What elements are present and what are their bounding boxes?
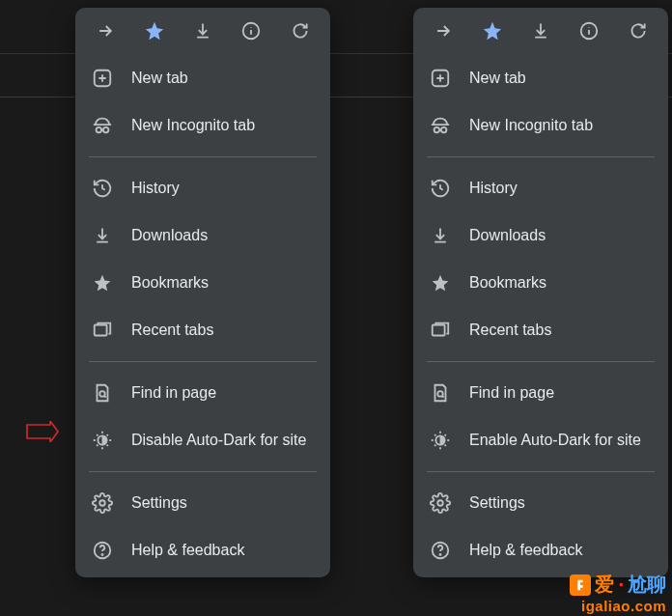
menu-item-downloads[interactable]: Downloads <box>75 211 330 259</box>
reload-button[interactable] <box>617 10 659 52</box>
menu-item-auto-dark[interactable]: Enable Auto-Dark for site <box>413 416 668 463</box>
bookmarks-star-icon <box>429 271 452 294</box>
menu-label: New tab <box>469 70 526 87</box>
recent-tabs-icon <box>429 319 452 342</box>
bookmark-star-button[interactable] <box>133 10 176 52</box>
menu-item-recent-tabs[interactable]: Recent tabs <box>75 306 330 353</box>
menu-separator <box>413 463 668 479</box>
menu-item-new-tab[interactable]: New tab <box>75 54 330 101</box>
menu-item-incognito[interactable]: New Incognito tab <box>75 101 330 149</box>
bookmark-star-button[interactable] <box>471 10 514 52</box>
reload-icon <box>629 21 648 41</box>
download-icon <box>531 21 550 41</box>
svg-point-23 <box>439 554 440 555</box>
browser-menu-left: New tab New Incognito tab History <box>75 8 330 577</box>
menu-item-downloads[interactable]: Downloads <box>413 211 668 259</box>
history-icon <box>91 177 114 200</box>
menu-label: Help & feedback <box>131 542 244 559</box>
download-button[interactable] <box>182 10 224 52</box>
menu-label: History <box>131 180 180 197</box>
menu-label: Bookmarks <box>469 274 546 292</box>
menu-label: Settings <box>469 494 525 512</box>
menu-list: New tab New Incognito tab History <box>75 54 330 577</box>
watermark-text1: 爱 <box>595 572 614 598</box>
menu-item-recent-tabs[interactable]: Recent tabs <box>413 306 668 353</box>
info-icon <box>240 20 262 42</box>
info-icon <box>578 20 600 42</box>
menu-label: Settings <box>131 494 187 512</box>
right-pane: New tab New Incognito tab History <box>336 0 672 616</box>
bookmarks-star-icon <box>91 271 114 294</box>
menu-label: Downloads <box>469 227 546 244</box>
star-icon <box>144 20 165 42</box>
plus-box-icon <box>429 67 452 90</box>
gear-icon <box>91 491 114 515</box>
page-info-button[interactable] <box>568 10 610 52</box>
forward-button[interactable] <box>84 10 126 52</box>
menu-toolbar <box>75 8 330 54</box>
menu-toolbar <box>413 8 668 54</box>
downloads-icon <box>429 224 452 247</box>
find-in-page-icon <box>91 381 114 405</box>
page-info-button[interactable] <box>230 10 272 52</box>
browser-menu-right: New tab New Incognito tab History <box>413 8 668 577</box>
left-pane: New tab New Incognito tab History <box>0 0 336 616</box>
find-in-page-icon <box>429 381 452 405</box>
menu-item-settings[interactable]: Settings <box>75 479 330 526</box>
svg-point-9 <box>99 500 105 506</box>
recent-tabs-icon <box>91 319 114 342</box>
menu-separator <box>413 353 668 369</box>
menu-item-help[interactable]: Help & feedback <box>75 526 330 574</box>
help-icon <box>91 539 114 562</box>
reload-button[interactable] <box>279 10 322 52</box>
star-icon <box>482 20 503 42</box>
auto-dark-icon <box>91 429 114 452</box>
menu-separator <box>413 149 668 164</box>
menu-list: New tab New Incognito tab History <box>413 54 668 577</box>
menu-item-find-in-page[interactable]: Find in page <box>413 369 668 416</box>
menu-item-bookmarks[interactable]: Bookmarks <box>75 259 330 306</box>
menu-item-help[interactable]: Help & feedback <box>413 526 668 574</box>
menu-separator <box>75 353 330 369</box>
menu-item-settings[interactable]: Settings <box>413 479 668 526</box>
reload-icon <box>291 21 310 41</box>
help-icon <box>429 539 452 562</box>
menu-item-auto-dark[interactable]: Disable Auto-Dark for site <box>75 416 330 463</box>
plus-box-icon <box>91 67 114 90</box>
downloads-icon <box>91 224 114 247</box>
download-icon <box>193 21 212 41</box>
menu-label: Recent tabs <box>131 322 213 339</box>
watermark-url: igaliao.com <box>581 598 666 614</box>
forward-icon <box>434 21 453 41</box>
menu-item-new-tab[interactable]: New tab <box>413 54 668 101</box>
menu-label: New Incognito tab <box>131 117 255 134</box>
svg-point-21 <box>437 500 443 506</box>
svg-point-17 <box>441 126 447 132</box>
menu-label: Help & feedback <box>469 542 582 559</box>
menu-label: New tab <box>131 70 188 87</box>
menu-separator <box>75 149 330 164</box>
forward-button[interactable] <box>422 10 464 52</box>
callout-arrow-icon <box>25 421 60 442</box>
menu-item-incognito[interactable]: New Incognito tab <box>413 101 668 149</box>
download-button[interactable] <box>519 10 562 52</box>
menu-item-history[interactable]: History <box>413 164 668 211</box>
menu-item-find-in-page[interactable]: Find in page <box>75 369 330 416</box>
menu-label: Enable Auto-Dark for site <box>469 432 641 449</box>
menu-item-bookmarks[interactable]: Bookmarks <box>413 259 668 306</box>
history-icon <box>429 177 452 200</box>
watermark: 爱 · 尬聊 igaliao.com <box>568 570 672 616</box>
svg-rect-6 <box>95 324 107 335</box>
svg-point-16 <box>434 126 440 132</box>
menu-label: New Incognito tab <box>469 117 593 134</box>
incognito-icon <box>429 114 452 137</box>
svg-point-5 <box>103 126 109 132</box>
watermark-logo-icon <box>570 574 591 596</box>
incognito-icon <box>91 114 114 137</box>
menu-item-history[interactable]: History <box>75 164 330 211</box>
svg-rect-18 <box>433 324 445 335</box>
svg-point-11 <box>101 554 102 555</box>
gear-icon <box>429 491 452 515</box>
menu-label: History <box>469 180 518 197</box>
menu-label: Find in page <box>469 384 554 402</box>
